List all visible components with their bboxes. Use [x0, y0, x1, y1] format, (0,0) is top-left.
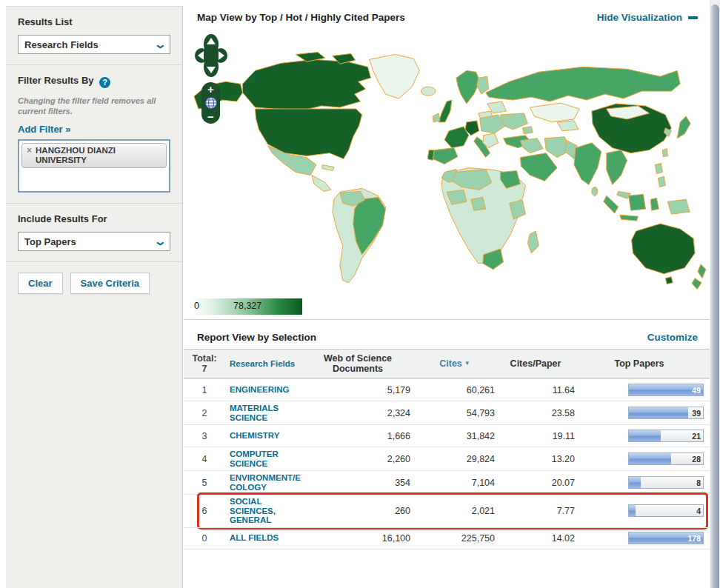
collapse-icon — [688, 16, 698, 19]
map-panel-title: Map View by Top / Hot / Highly Cited Pap… — [197, 12, 405, 23]
top-papers-value: 21 — [692, 432, 701, 441]
docs-value: 1,666 — [302, 431, 413, 441]
table-row[interactable]: 3 CHEMISTRY 1,666 31,842 19.11 21 — [184, 424, 710, 447]
table-row[interactable]: 0 ALL FIELDS 16,100 225,750 14.02 178 — [184, 527, 710, 549]
docs-value: 260 — [302, 506, 413, 516]
table-row-highlighted[interactable]: 6 SOCIAL SCIENCES, GENERAL 260 2,021 7.7… — [184, 494, 710, 527]
cites-per-paper-value: 11.64 — [496, 385, 575, 395]
top-papers-value: 178 — [687, 534, 701, 543]
map-panel: Map View by Top / Hot / Highly Cited Pap… — [184, 0, 710, 320]
map-zoom-control[interactable]: + − — [201, 82, 220, 124]
map-pan-control[interactable] — [194, 33, 228, 81]
report-panel-title: Report View by Selection — [197, 332, 316, 343]
cites-per-paper-value: 14.02 — [496, 533, 575, 544]
rank: 0 — [184, 533, 225, 544]
top-papers-value: 8 — [696, 478, 701, 487]
cites-value: 29,824 — [413, 454, 496, 464]
sidebar-actions: Clear Save Criteria — [6, 262, 182, 304]
top-papers-value: 28 — [692, 455, 701, 464]
report-table: Total: 7 Research Fields Web of Science … — [184, 349, 710, 549]
table-row[interactable]: 5 ENVIRONMENT/ECOLOGY 354 7,104 20.07 8 — [184, 470, 710, 494]
results-list-select-value: Research Fields — [24, 39, 99, 50]
top-papers-value: 4 — [696, 507, 701, 515]
table-row[interactable]: 2 MATERIALS SCIENCE 2,324 54,793 23.58 3… — [184, 401, 710, 424]
cites-value: 2,021 — [413, 506, 496, 516]
top-papers-value: 49 — [692, 386, 701, 395]
top-papers-bar: 8 — [628, 476, 704, 489]
docs-value: 354 — [302, 478, 413, 488]
zoom-out-icon[interactable]: − — [207, 112, 214, 121]
docs-value: 16,100 — [302, 533, 413, 544]
table-row[interactable]: 1 ENGINEERING 5,179 60,261 11.64 49 — [184, 378, 710, 401]
top-papers-bar: 178 — [628, 532, 704, 544]
top-papers-bar: 21 — [628, 430, 704, 442]
include-results-section: Include Results For Top Papers ⌄ — [6, 204, 182, 262]
cites-per-paper-value: 23.58 — [496, 408, 575, 418]
cites-value: 31,842 — [413, 431, 496, 441]
col-top-papers: Top Papers — [575, 358, 710, 369]
globe-icon[interactable] — [204, 96, 218, 110]
map-legend: 0 78,327 — [191, 298, 302, 315]
sidebar: Results List Research Fields ⌄ Filter Re… — [6, 6, 183, 588]
filter-tag-label: HANGZHOU DIANZI UNIVERSITY — [36, 146, 161, 165]
table-row[interactable]: 4 COMPUTER SCIENCE 2,260 29,824 13.20 28 — [184, 447, 710, 470]
docs-value: 5,179 — [302, 385, 413, 395]
col-cites-sort[interactable]: Cites — [439, 358, 462, 369]
docs-value: 2,260 — [302, 454, 413, 464]
cites-value: 7,104 — [413, 478, 496, 488]
col-cites-per-paper: Cites/Paper — [496, 358, 575, 369]
col-total-count: 7 — [184, 364, 225, 374]
rank: 1 — [184, 385, 225, 395]
field-link[interactable]: ENGINEERING — [225, 385, 302, 395]
field-link[interactable]: CHEMISTRY — [225, 431, 302, 441]
docs-value: 2,324 — [302, 408, 413, 418]
cites-per-paper-value: 19.11 — [496, 431, 575, 441]
cites-per-paper-value: 20.07 — [496, 478, 575, 488]
field-link[interactable]: ALL FIELDS — [225, 533, 302, 543]
chevron-down-icon: ⌄ — [154, 41, 167, 48]
include-results-title: Include Results For — [18, 213, 170, 224]
cites-per-paper-value: 13.20 — [496, 454, 575, 464]
top-papers-bar: 28 — [628, 452, 704, 465]
filter-tag[interactable]: × HANGZHOU DIANZI UNIVERSITY — [21, 143, 167, 168]
scrollbar-thumb[interactable] — [710, 4, 719, 588]
rank: 2 — [184, 408, 225, 418]
sort-desc-icon[interactable]: ▼ — [464, 360, 470, 367]
filter-title: Filter Results By — [18, 75, 94, 86]
top-papers-bar: 4 — [628, 504, 704, 517]
results-list-section: Results List Research Fields ⌄ — [6, 7, 182, 65]
legend-max: 78,327 — [233, 301, 261, 311]
main-content: Map View by Top / Hot / Highly Cited Pap… — [184, 0, 710, 588]
hide-visualization-link[interactable]: Hide Visualization — [597, 12, 698, 23]
map-area: + − 0 78,327 — [184, 29, 710, 319]
col-total: Total: — [184, 353, 225, 364]
include-results-select-value: Top Papers — [24, 236, 76, 247]
include-results-select[interactable]: Top Papers ⌄ — [18, 232, 170, 251]
save-criteria-button[interactable]: Save Criteria — [70, 273, 150, 294]
table-header-row: Total: 7 Research Fields Web of Science … — [184, 349, 710, 378]
field-link[interactable]: COMPUTER SCIENCE — [225, 450, 302, 468]
top-papers-bar: 49 — [628, 384, 704, 396]
results-list-title: Results List — [18, 16, 170, 27]
field-link[interactable]: MATERIALS SCIENCE — [225, 404, 302, 422]
rank: 4 — [184, 454, 225, 464]
legend-min: 0 — [194, 301, 199, 311]
remove-filter-icon[interactable]: × — [27, 146, 32, 156]
results-list-select[interactable]: Research Fields ⌄ — [18, 35, 170, 54]
col-research-fields: Research Fields — [225, 359, 302, 369]
filter-list: × HANGZHOU DIANZI UNIVERSITY — [18, 139, 170, 193]
add-filter-link[interactable]: Add Filter » — [18, 124, 71, 135]
world-map[interactable] — [185, 48, 708, 295]
help-icon[interactable]: ? — [99, 77, 110, 88]
zoom-in-icon[interactable]: + — [207, 84, 214, 94]
cites-value: 60,261 — [413, 385, 496, 395]
col-wos-documents: Web of Science Documents — [302, 353, 413, 374]
field-link[interactable]: ENVIRONMENT/ECOLOGY — [225, 473, 302, 492]
filter-note: Changing the filter field removes all cu… — [18, 96, 170, 117]
customize-link[interactable]: Customize — [647, 332, 698, 343]
clear-button[interactable]: Clear — [18, 273, 63, 294]
field-link[interactable]: SOCIAL SCIENCES, GENERAL — [225, 497, 302, 525]
map-controls: + − — [194, 33, 228, 81]
top-papers-value: 39 — [692, 409, 701, 418]
vertical-scrollbar[interactable] — [710, 0, 720, 588]
